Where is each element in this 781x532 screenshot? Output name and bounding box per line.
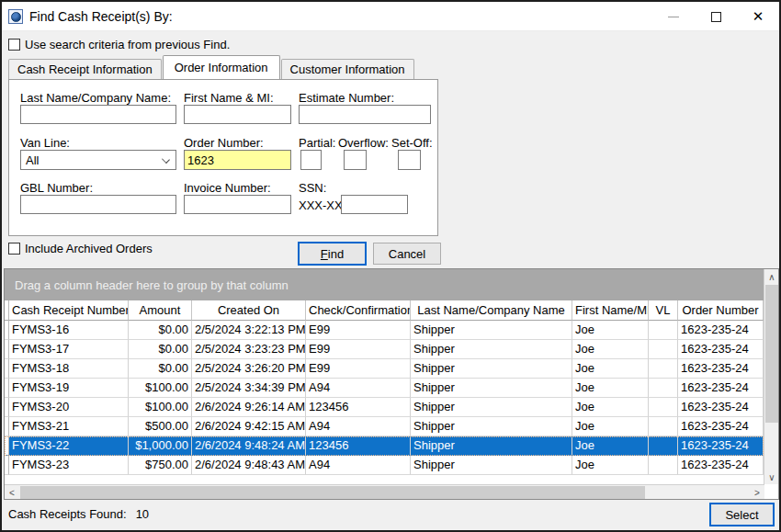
overflow-label: Overflow:	[338, 136, 389, 150]
column-header-5[interactable]: Last Name/Company Name	[411, 300, 572, 321]
ssn-input[interactable]	[341, 195, 408, 214]
order-information-panel: Last Name/Company Name: First Name & MI:…	[8, 79, 438, 236]
van-line-select[interactable]: All	[20, 150, 176, 170]
last-name-input[interactable]	[20, 105, 176, 124]
tab-strip: Cash Receipt Information Order Informati…	[8, 57, 415, 79]
van-line-label: Van Line:	[20, 136, 70, 150]
chevron-down-icon	[162, 155, 170, 164]
close-button[interactable]: ✕	[737, 2, 779, 31]
include-archived-checkbox[interactable]	[8, 243, 20, 255]
column-header-8[interactable]: Order Number	[678, 300, 764, 321]
first-name-input[interactable]	[184, 105, 291, 124]
set-off-label: Set-Off:	[391, 136, 433, 150]
table-row[interactable]: FYMS3-16$0.002/5/2024 3:22:13 PME99Shipp…	[5, 321, 764, 340]
window-controls: ✕	[652, 2, 779, 31]
minimize-icon	[668, 17, 679, 17]
find-cash-receipts-dialog: Find Cash Receipt(s) By: ✕ Use search cr…	[0, 0, 781, 532]
column-header-3[interactable]: Created On	[192, 300, 306, 321]
order-number-label: Order Number:	[184, 136, 264, 150]
table-row[interactable]: FYMS3-17$0.002/5/2024 3:23:23 PME99Shipp…	[5, 340, 764, 359]
table-row[interactable]: FYMS3-23$750.002/6/2024 9:48:43 AMA94Shi…	[5, 456, 764, 475]
overflow-input[interactable]	[344, 150, 367, 170]
minimize-button[interactable]	[652, 2, 695, 31]
invoice-number-input[interactable]	[184, 195, 291, 214]
estimate-number-input[interactable]	[299, 105, 431, 124]
order-number-input[interactable]	[184, 150, 291, 170]
maximize-icon	[711, 12, 721, 22]
column-header-2[interactable]: Amount	[129, 300, 192, 321]
ssn-prefix: XXX-XX-	[299, 198, 346, 212]
partial-input[interactable]	[300, 150, 322, 170]
cancel-button[interactable]: Cancel	[373, 243, 441, 265]
column-header-1[interactable]: Cash Receipt Number	[9, 300, 129, 321]
results-grid: Drag a column header here to group by th…	[4, 268, 779, 500]
globe-icon	[11, 12, 21, 22]
app-icon	[8, 9, 23, 24]
table-row[interactable]: FYMS3-20$100.002/6/2024 9:26:14 AM123456…	[5, 398, 764, 417]
find-button[interactable]: Find	[298, 242, 367, 266]
status-label: Cash Receipts Found:	[8, 507, 127, 521]
grid-header-row: Cash Receipt NumberAmountCreated OnCheck…	[5, 300, 764, 321]
titlebar: Find Cash Receipt(s) By: ✕	[2, 2, 779, 31]
status-bar: Cash Receipts Found: 10	[8, 507, 149, 521]
column-header-6[interactable]: First Name/MI	[572, 300, 649, 321]
scroll-right-icon[interactable]: >	[750, 485, 764, 500]
table-row[interactable]: FYMS3-19$100.002/5/2024 3:34:39 PMA94Shi…	[5, 379, 764, 398]
gbl-number-input[interactable]	[20, 195, 176, 214]
column-header-4[interactable]: Check/Confirmation	[306, 300, 411, 321]
scroll-left-icon[interactable]: <	[5, 485, 19, 500]
invoice-number-label: Invoice Number:	[184, 181, 271, 195]
select-button[interactable]: Select	[709, 503, 775, 526]
scroll-down-icon[interactable]: ∨	[764, 470, 779, 484]
maximize-button[interactable]	[695, 2, 737, 31]
column-header-7[interactable]: VL	[649, 300, 678, 321]
table-row[interactable]: FYMS3-18$0.002/5/2024 3:26:20 PME99Shipp…	[5, 359, 764, 379]
estimate-number-label: Estimate Number:	[299, 91, 394, 105]
tab-customer-information[interactable]: Customer Information	[281, 59, 414, 79]
vertical-scrollbar[interactable]: ∧ ∨	[764, 269, 778, 484]
tab-cash-receipt-information[interactable]: Cash Receipt Information	[8, 59, 162, 79]
tab-order-information[interactable]: Order Information	[163, 55, 280, 79]
last-name-label: Last Name/Company Name:	[20, 91, 171, 105]
include-archived-row: Include Archived Orders	[8, 242, 153, 255]
use-previous-criteria-row: Use search criteria from previous Find.	[8, 38, 230, 51]
use-previous-criteria-checkbox[interactable]	[8, 39, 20, 51]
horizontal-scrollbar-thumb[interactable]	[20, 486, 645, 499]
window-title: Find Cash Receipt(s) By:	[29, 9, 173, 24]
gbl-number-label: GBL Number:	[20, 181, 93, 195]
include-archived-label: Include Archived Orders	[25, 242, 153, 255]
partial-label: Partial:	[299, 136, 335, 150]
scroll-up-icon[interactable]: ∧	[764, 269, 779, 284]
first-name-label: First Name & MI:	[184, 91, 274, 105]
use-previous-criteria-label: Use search criteria from previous Find.	[25, 38, 230, 51]
status-count: 10	[136, 507, 149, 521]
ssn-label: SSN:	[299, 181, 326, 195]
vertical-scrollbar-thumb[interactable]	[765, 285, 778, 423]
set-off-input[interactable]	[398, 150, 421, 170]
table-row[interactable]: FYMS3-21$500.002/6/2024 9:42:15 AMA94Shi…	[5, 417, 764, 436]
horizontal-scrollbar[interactable]: < >	[5, 484, 764, 499]
group-by-bar[interactable]: Drag a column header here to group by th…	[5, 269, 764, 300]
table-row[interactable]: FYMS3-22$1,000.002/6/2024 9:48:24 AM1234…	[5, 436, 764, 456]
